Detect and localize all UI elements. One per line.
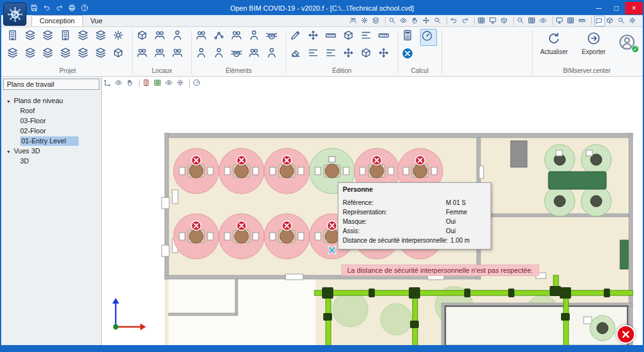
person-table-violation[interactable] (264, 214, 309, 259)
floors-icon[interactable] (372, 16, 382, 26)
person-table-violation[interactable] (219, 214, 264, 259)
app-menu-button[interactable] (3, 3, 26, 26)
chat-icon[interactable] (594, 16, 605, 26)
person-table-violation[interactable] (174, 148, 219, 194)
single-green-seat[interactable] (590, 316, 615, 341)
building-icon[interactable] (59, 29, 76, 46)
xcircle-icon[interactable] (401, 47, 418, 64)
ruler-icon[interactable] (377, 29, 394, 46)
cube-icon[interactable] (500, 16, 511, 26)
cube-icon[interactable] (112, 47, 129, 63)
people-icon[interactable] (349, 16, 360, 26)
mask-icon[interactable] (230, 47, 247, 63)
move-icon[interactable] (377, 47, 394, 63)
tree-item-02-floor[interactable]: 02-Floor (1, 126, 101, 136)
grid-icon[interactable] (528, 16, 538, 26)
eraser-icon[interactable] (289, 47, 306, 63)
mag-icon[interactable] (516, 16, 527, 26)
gear-icon[interactable] (628, 16, 639, 26)
maximize-button[interactable]: □ (608, 2, 625, 14)
cube-icon[interactable] (136, 29, 153, 46)
ruler-icon[interactable] (325, 29, 341, 46)
tree-item-roof[interactable]: Roof (1, 106, 101, 116)
cube-icon[interactable] (360, 47, 377, 63)
floors-icon[interactable] (24, 29, 41, 46)
tab-conception[interactable]: Conception (31, 15, 83, 26)
eye-icon[interactable] (399, 16, 410, 26)
person-icon[interactable] (265, 47, 282, 63)
people-icon[interactable] (248, 47, 265, 63)
tree-group-vues-3d[interactable]: Vues 3D (1, 146, 101, 156)
floors-icon[interactable] (24, 47, 41, 63)
eye-icon[interactable] (114, 78, 125, 89)
people-icon[interactable] (195, 29, 212, 46)
mag-icon[interactable] (433, 16, 444, 26)
drawing-canvas[interactable]: Personne Référence:M 01 S Représentation… (102, 77, 643, 345)
error-icon[interactable] (616, 325, 635, 344)
floors-icon[interactable] (42, 29, 58, 46)
building-icon[interactable] (142, 78, 153, 89)
user-avatar[interactable]: ✓ (618, 33, 636, 52)
gear-icon[interactable] (360, 16, 371, 26)
calc-icon[interactable] (401, 29, 418, 46)
eye-icon[interactable] (165, 78, 175, 89)
person-table-violation[interactable] (174, 214, 219, 259)
ruler-icon[interactable] (578, 16, 589, 26)
person-icon[interactable] (195, 47, 212, 63)
pencil-icon[interactable] (289, 29, 306, 46)
monitor-icon[interactable] (489, 16, 499, 26)
floors-icon[interactable] (94, 29, 111, 46)
undo-icon[interactable] (450, 16, 460, 26)
print-icon[interactable] (68, 3, 79, 14)
actualiser-button[interactable]: Actualiser (536, 31, 572, 55)
person-table-violation[interactable] (264, 148, 309, 194)
tree-item-3d[interactable]: 3D (1, 156, 101, 166)
move-icon[interactable] (422, 16, 433, 26)
help-icon[interactable] (80, 3, 91, 14)
floors-icon[interactable] (94, 47, 111, 63)
floors-icon[interactable] (77, 29, 94, 46)
minimize-button[interactable]: ─ (590, 2, 608, 14)
people-icon[interactable] (153, 29, 170, 46)
person-table-violation[interactable] (219, 148, 264, 194)
monitor-icon[interactable] (555, 16, 566, 26)
redo-icon[interactable] (461, 16, 472, 26)
floors-icon[interactable] (6, 47, 23, 63)
save-icon[interactable] (30, 3, 41, 14)
tree-group-plans-de-niveau[interactable]: Plans de niveau (1, 96, 101, 106)
grid-icon[interactable] (477, 16, 488, 26)
gear-icon[interactable] (112, 29, 129, 46)
people-icon[interactable] (136, 47, 153, 63)
tab-vue[interactable]: Vue (83, 16, 110, 26)
gauge-icon[interactable] (192, 78, 203, 89)
mag-icon[interactable] (617, 16, 628, 26)
people-icon[interactable] (153, 47, 170, 63)
person-icon[interactable] (213, 47, 230, 63)
grid-icon[interactable] (567, 16, 577, 26)
gear-icon[interactable] (176, 78, 187, 89)
align-icon[interactable] (360, 29, 377, 46)
people-icon[interactable] (171, 47, 188, 63)
people-icon[interactable] (230, 29, 247, 46)
mag-icon[interactable] (388, 16, 399, 26)
hand-icon[interactable] (411, 16, 421, 26)
tree-item-01-entry-level[interactable]: 01-Entry Level (1, 136, 101, 146)
grid-icon[interactable] (153, 78, 164, 89)
eye-icon[interactable] (539, 16, 550, 26)
dots-icon[interactable] (213, 29, 230, 46)
cube-icon[interactable] (342, 29, 359, 46)
move-icon[interactable] (342, 47, 359, 63)
redo-icon[interactable] (55, 3, 66, 14)
gauge-icon[interactable] (420, 29, 437, 46)
hand-icon[interactable] (126, 78, 136, 89)
floors-icon[interactable] (77, 47, 94, 63)
tree-item-03-floor[interactable]: 03-Floor (1, 116, 101, 126)
exporter-button[interactable]: Exporter (575, 31, 612, 55)
mask-icon[interactable] (265, 29, 282, 46)
floors-icon[interactable] (42, 47, 58, 63)
floors-icon[interactable] (59, 47, 76, 63)
person-icon[interactable] (248, 29, 265, 46)
close-button[interactable]: × (625, 2, 643, 14)
align-icon[interactable] (307, 47, 324, 63)
undo-icon[interactable] (43, 3, 53, 14)
